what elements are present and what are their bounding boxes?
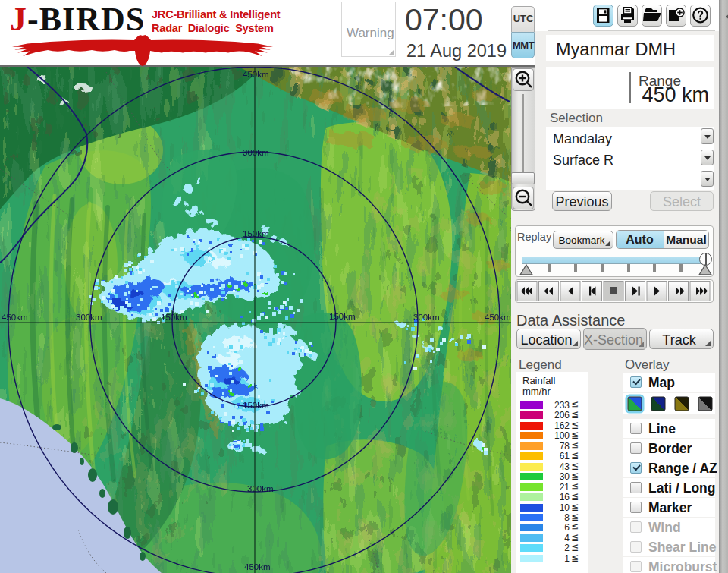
svg-text:300km: 300km [247, 484, 274, 493]
svg-text:300km: 300km [76, 313, 102, 322]
svg-text:450km: 450km [485, 313, 511, 322]
svg-text:150km: 150km [243, 229, 269, 238]
svg-text:450km: 450km [243, 70, 269, 79]
svg-text:150km: 150km [243, 401, 269, 410]
svg-text:450km: 450km [2, 313, 28, 322]
svg-text:150km: 150km [329, 312, 356, 321]
svg-text:300km: 300km [413, 313, 440, 322]
svg-text:450km: 450km [244, 562, 271, 571]
svg-text:150km: 150km [161, 313, 187, 322]
svg-text:300km: 300km [243, 148, 269, 157]
